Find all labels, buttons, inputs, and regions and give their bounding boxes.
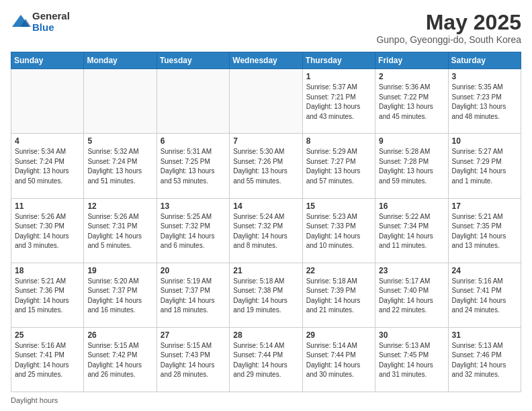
day-info: Sunrise: 5:30 AM Sunset: 7:26 PM Dayligh…	[233, 147, 298, 186]
day-number: 16	[379, 201, 444, 211]
day-number: 5	[87, 136, 152, 146]
day-number: 9	[379, 136, 444, 146]
weekday-sunday: Sunday	[11, 52, 84, 69]
day-info: Sunrise: 5:13 AM Sunset: 7:46 PM Dayligh…	[452, 341, 517, 380]
day-info: Sunrise: 5:21 AM Sunset: 7:35 PM Dayligh…	[452, 212, 517, 251]
day-number: 1	[306, 72, 371, 81]
day-cell: 2Sunrise: 5:36 AM Sunset: 7:22 PM Daylig…	[375, 69, 448, 134]
day-cell: 14Sunrise: 5:24 AM Sunset: 7:32 PM Dayli…	[230, 198, 302, 263]
day-number: 19	[87, 266, 152, 275]
day-info: Sunrise: 5:36 AM Sunset: 7:22 PM Dayligh…	[379, 83, 444, 122]
day-number: 31	[452, 330, 517, 340]
day-cell: 12Sunrise: 5:26 AM Sunset: 7:31 PM Dayli…	[84, 198, 157, 263]
day-number: 15	[306, 201, 371, 211]
weekday-monday: Monday	[84, 52, 157, 69]
day-cell: 29Sunrise: 5:14 AM Sunset: 7:44 PM Dayli…	[302, 327, 375, 392]
footer-label: Daylight hours	[11, 396, 58, 404]
day-number: 6	[161, 136, 226, 146]
day-info: Sunrise: 5:32 AM Sunset: 7:24 PM Dayligh…	[87, 147, 152, 186]
day-number: 20	[161, 266, 226, 275]
day-info: Sunrise: 5:34 AM Sunset: 7:24 PM Dayligh…	[15, 147, 80, 186]
day-number: 14	[233, 201, 298, 211]
day-number: 25	[15, 330, 80, 340]
day-info: Sunrise: 5:16 AM Sunset: 7:41 PM Dayligh…	[15, 341, 80, 380]
week-row-5: 25Sunrise: 5:16 AM Sunset: 7:41 PM Dayli…	[11, 327, 521, 392]
day-info: Sunrise: 5:23 AM Sunset: 7:33 PM Dayligh…	[306, 212, 371, 251]
logo-blue-text: Blue	[32, 22, 70, 34]
day-info: Sunrise: 5:22 AM Sunset: 7:34 PM Dayligh…	[379, 212, 444, 251]
day-cell: 5Sunrise: 5:32 AM Sunset: 7:24 PM Daylig…	[84, 134, 157, 198]
day-number: 3	[452, 72, 517, 81]
day-cell	[230, 69, 302, 134]
calendar-table: SundayMondayTuesdayWednesdayThursdayFrid…	[11, 52, 521, 392]
day-cell: 19Sunrise: 5:20 AM Sunset: 7:37 PM Dayli…	[84, 263, 157, 327]
logo-general-text: General	[32, 11, 70, 22]
day-cell: 25Sunrise: 5:16 AM Sunset: 7:41 PM Dayli…	[11, 327, 84, 392]
weekday-thursday: Thursday	[302, 52, 375, 69]
week-row-3: 11Sunrise: 5:26 AM Sunset: 7:30 PM Dayli…	[11, 198, 521, 263]
day-number: 28	[233, 330, 298, 340]
weekday-wednesday: Wednesday	[230, 52, 302, 69]
day-cell	[11, 69, 84, 134]
week-row-2: 4Sunrise: 5:34 AM Sunset: 7:24 PM Daylig…	[11, 134, 521, 198]
day-cell: 6Sunrise: 5:31 AM Sunset: 7:25 PM Daylig…	[157, 134, 229, 198]
day-cell: 16Sunrise: 5:22 AM Sunset: 7:34 PM Dayli…	[375, 198, 448, 263]
day-info: Sunrise: 5:19 AM Sunset: 7:37 PM Dayligh…	[161, 277, 226, 316]
day-number: 2	[379, 72, 444, 81]
logo-text: General Blue	[32, 11, 70, 33]
week-row-1: 1Sunrise: 5:37 AM Sunset: 7:21 PM Daylig…	[11, 69, 521, 134]
day-number: 22	[306, 266, 371, 275]
day-cell: 4Sunrise: 5:34 AM Sunset: 7:24 PM Daylig…	[11, 134, 84, 198]
day-number: 18	[15, 266, 80, 275]
weekday-friday: Friday	[375, 52, 448, 69]
day-number: 10	[452, 136, 517, 146]
day-number: 29	[306, 330, 371, 340]
subtitle: Gunpo, Gyeonggi-do, South Korea	[376, 34, 521, 45]
day-cell: 24Sunrise: 5:16 AM Sunset: 7:41 PM Dayli…	[448, 263, 521, 327]
day-number: 17	[452, 201, 517, 211]
day-info: Sunrise: 5:29 AM Sunset: 7:27 PM Dayligh…	[306, 147, 371, 186]
day-info: Sunrise: 5:25 AM Sunset: 7:32 PM Dayligh…	[161, 212, 226, 251]
day-cell: 30Sunrise: 5:13 AM Sunset: 7:45 PM Dayli…	[375, 327, 448, 392]
main-title: May 2025	[376, 11, 521, 34]
day-cell: 3Sunrise: 5:35 AM Sunset: 7:23 PM Daylig…	[448, 69, 521, 134]
day-number: 4	[15, 136, 80, 146]
day-number: 11	[15, 201, 80, 211]
day-cell: 1Sunrise: 5:37 AM Sunset: 7:21 PM Daylig…	[302, 69, 375, 134]
day-info: Sunrise: 5:14 AM Sunset: 7:44 PM Dayligh…	[306, 341, 371, 380]
day-number: 7	[233, 136, 298, 146]
day-cell: 17Sunrise: 5:21 AM Sunset: 7:35 PM Dayli…	[448, 198, 521, 263]
day-cell: 31Sunrise: 5:13 AM Sunset: 7:46 PM Dayli…	[448, 327, 521, 392]
day-cell	[157, 69, 229, 134]
day-cell: 8Sunrise: 5:29 AM Sunset: 7:27 PM Daylig…	[302, 134, 375, 198]
weekday-saturday: Saturday	[448, 52, 521, 69]
day-cell: 10Sunrise: 5:27 AM Sunset: 7:29 PM Dayli…	[448, 134, 521, 198]
day-cell: 28Sunrise: 5:14 AM Sunset: 7:44 PM Dayli…	[230, 327, 302, 392]
day-number: 12	[87, 201, 152, 211]
title-block: May 2025 Gunpo, Gyeonggi-do, South Korea	[376, 11, 521, 45]
day-number: 26	[87, 330, 152, 340]
day-info: Sunrise: 5:26 AM Sunset: 7:30 PM Dayligh…	[15, 212, 80, 251]
day-info: Sunrise: 5:18 AM Sunset: 7:39 PM Dayligh…	[306, 277, 371, 316]
day-number: 27	[161, 330, 226, 340]
day-info: Sunrise: 5:15 AM Sunset: 7:42 PM Dayligh…	[87, 341, 152, 380]
day-number: 13	[161, 201, 226, 211]
day-cell: 9Sunrise: 5:28 AM Sunset: 7:28 PM Daylig…	[375, 134, 448, 198]
day-cell: 13Sunrise: 5:25 AM Sunset: 7:32 PM Dayli…	[157, 198, 229, 263]
weekday-tuesday: Tuesday	[157, 52, 229, 69]
day-number: 21	[233, 266, 298, 275]
day-number: 23	[379, 266, 444, 275]
day-info: Sunrise: 5:17 AM Sunset: 7:40 PM Dayligh…	[379, 277, 444, 316]
day-info: Sunrise: 5:35 AM Sunset: 7:23 PM Dayligh…	[452, 83, 517, 122]
weekday-header-row: SundayMondayTuesdayWednesdayThursdayFrid…	[11, 52, 521, 69]
day-cell: 23Sunrise: 5:17 AM Sunset: 7:40 PM Dayli…	[375, 263, 448, 327]
logo: General Blue	[11, 11, 70, 33]
day-info: Sunrise: 5:24 AM Sunset: 7:32 PM Dayligh…	[233, 212, 298, 251]
page: General Blue May 2025 Gunpo, Gyeonggi-do…	[0, 0, 532, 411]
day-info: Sunrise: 5:13 AM Sunset: 7:45 PM Dayligh…	[379, 341, 444, 380]
day-number: 30	[379, 330, 444, 340]
day-cell: 20Sunrise: 5:19 AM Sunset: 7:37 PM Dayli…	[157, 263, 229, 327]
day-cell: 22Sunrise: 5:18 AM Sunset: 7:39 PM Dayli…	[302, 263, 375, 327]
day-cell: 11Sunrise: 5:26 AM Sunset: 7:30 PM Dayli…	[11, 198, 84, 263]
day-cell: 15Sunrise: 5:23 AM Sunset: 7:33 PM Dayli…	[302, 198, 375, 263]
